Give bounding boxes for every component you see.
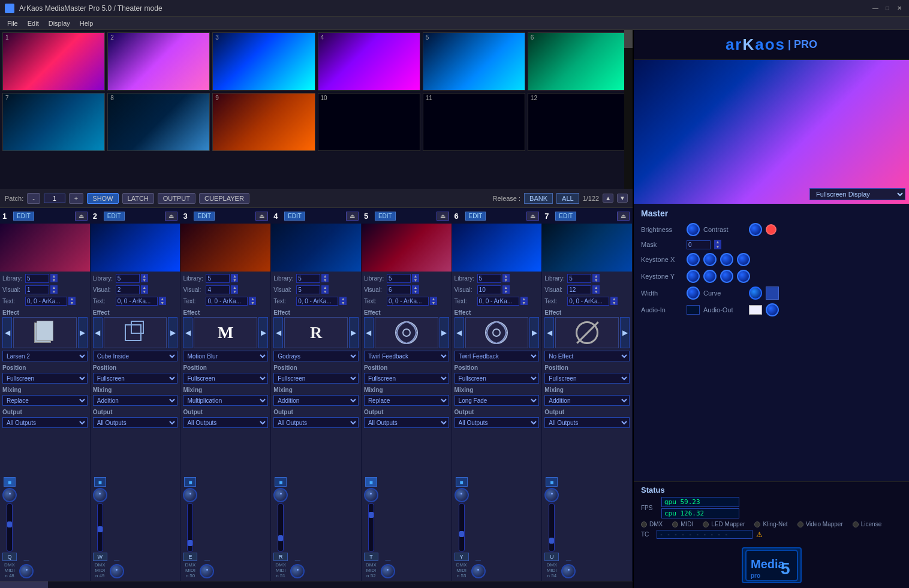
ch6-eject-button[interactable]: ⏏ — [526, 212, 539, 221]
ch6-effect-dropdown[interactable]: Twirl Feedback — [454, 351, 540, 361]
ch7-library-input[interactable] — [567, 274, 591, 283]
patch-minus-button[interactable]: - — [27, 193, 40, 204]
mask-down[interactable]: ▼ — [714, 245, 721, 249]
ch3-knob2[interactable] — [200, 564, 214, 578]
ch4-eject-button[interactable]: ⏏ — [346, 212, 359, 221]
ch7-effect-thumb[interactable] — [555, 317, 619, 348]
ch1-effect-thumb[interactable] — [13, 317, 77, 348]
ch3-output-dropdown[interactable]: All Outputs — [183, 417, 268, 428]
ch1-library-input[interactable] — [25, 274, 49, 283]
grid-scrollbar[interactable] — [624, 30, 633, 189]
ch1-thumbnail[interactable] — [0, 224, 90, 272]
media-thumb-4[interactable]: 4 — [318, 32, 420, 91]
curve-knob[interactable] — [749, 287, 762, 300]
mask-input[interactable] — [687, 240, 711, 249]
ch5-play-button[interactable]: ■ — [365, 477, 377, 487]
ch7-thumbnail[interactable] — [542, 224, 632, 272]
patch-value-input[interactable] — [44, 194, 65, 203]
ch4-knob1[interactable] — [273, 488, 288, 502]
ch3-effect-dropdown[interactable]: Motion Blur — [183, 351, 268, 361]
ch4-visual-input[interactable] — [296, 285, 320, 294]
ch6-library-input[interactable] — [477, 274, 501, 283]
media-thumb-1[interactable]: 1 — [2, 32, 105, 91]
page-down-button[interactable]: ▼ — [617, 194, 628, 203]
ch2-text-input[interactable] — [116, 297, 158, 306]
ch7-edit-button[interactable]: EDIT — [555, 212, 576, 221]
media-thumb-2[interactable]: 2 — [107, 32, 210, 91]
ch2-effect-thumb[interactable] — [104, 317, 167, 348]
keystoney-knob1[interactable] — [687, 270, 700, 283]
ch4-edit-button[interactable]: EDIT — [284, 212, 305, 221]
ch7-output-dropdown[interactable]: All Outputs — [544, 417, 630, 428]
ch3-effect-next[interactable]: ▶ — [258, 317, 268, 348]
media-thumb-10[interactable]: 10 — [318, 93, 420, 151]
ch2-mixing-dropdown[interactable]: Addition — [93, 395, 178, 406]
ch2-visual-input[interactable] — [116, 285, 140, 294]
keystonex-knob4[interactable] — [737, 253, 750, 266]
ch1-effect-prev[interactable]: ◀ — [2, 317, 12, 348]
ch1-knob1[interactable] — [2, 488, 17, 502]
tc-input[interactable] — [657, 530, 753, 539]
latch-button[interactable]: LATCH — [122, 193, 154, 204]
ch5-text-input[interactable] — [387, 297, 429, 306]
ch5-effect-next[interactable]: ▶ — [440, 317, 449, 348]
ch4-effect-prev[interactable]: ◀ — [273, 317, 283, 348]
ch6-output-dropdown[interactable]: All Outputs — [454, 417, 540, 428]
ch4-output-dropdown[interactable]: All Outputs — [273, 417, 359, 428]
ch2-position-dropdown[interactable]: Fullscreen — [93, 373, 178, 384]
fullscreen-display-dropdown[interactable]: Fullscreen Display — [809, 188, 905, 200]
ch2-output-dropdown[interactable]: All Outputs — [93, 417, 178, 428]
ch7-position-dropdown[interactable]: Fullscreen — [544, 373, 630, 384]
ch4-position-dropdown[interactable]: Fullscreen — [273, 373, 359, 384]
brightness-knob[interactable] — [687, 223, 700, 236]
output-button[interactable]: OUTPUT — [158, 193, 195, 204]
media-thumb-8[interactable]: 8 — [107, 93, 210, 151]
contrast-knob[interactable] — [749, 223, 762, 236]
ch1-effect-dropdown[interactable]: Larsen 2 — [2, 351, 88, 361]
ch2-lib-up[interactable]: ▲ — [141, 274, 148, 278]
menu-file[interactable]: File — [2, 19, 23, 28]
ch5-library-input[interactable] — [387, 274, 411, 283]
ch2-library-input[interactable] — [116, 274, 140, 283]
ch3-visual-input[interactable] — [206, 285, 230, 294]
ch3-knob1[interactable] — [183, 488, 197, 502]
media-thumb-3[interactable]: 3 — [212, 32, 315, 91]
width-knob[interactable] — [687, 287, 700, 300]
ch7-knob1[interactable] — [544, 488, 559, 502]
media-thumb-9[interactable]: 9 — [212, 93, 315, 151]
ch3-fader[interactable] — [187, 503, 193, 551]
ch1-position-dropdown[interactable]: Fullscreen — [2, 373, 88, 384]
ch1-mixing-dropdown[interactable]: Replace — [2, 395, 88, 406]
show-button[interactable]: SHOW — [87, 193, 118, 204]
ch4-text-input[interactable] — [296, 297, 338, 306]
ch5-eject-button[interactable]: ⏏ — [437, 212, 449, 221]
ch2-effect-next[interactable]: ▶ — [168, 317, 177, 348]
keystoney-knob3[interactable] — [720, 270, 733, 283]
ch7-effect-prev[interactable]: ◀ — [544, 317, 554, 348]
ch1-text-down[interactable]: ▼ — [68, 301, 76, 305]
keystoney-knob4[interactable] — [737, 270, 750, 283]
ch3-library-input[interactable] — [206, 274, 230, 283]
audioin-rect[interactable] — [687, 305, 700, 315]
ch1-visual-input[interactable] — [25, 285, 49, 294]
ch2-vis-up[interactable]: ▲ — [141, 285, 148, 290]
ch6-mixing-dropdown[interactable]: Long Fade — [454, 395, 540, 406]
ch6-visual-input[interactable] — [477, 285, 501, 294]
ch2-edit-button[interactable]: EDIT — [104, 212, 125, 221]
ch2-knob1[interactable] — [93, 488, 107, 502]
ch4-effect-next[interactable]: ▶ — [349, 317, 359, 348]
ch6-thumbnail[interactable] — [452, 224, 542, 272]
ch3-effect-thumb[interactable]: M — [194, 317, 257, 348]
ch6-knob1[interactable] — [454, 488, 469, 502]
ch3-mixing-dropdown[interactable]: Multiplication — [183, 395, 268, 406]
ch2-effect-prev[interactable]: ◀ — [93, 317, 103, 348]
ch4-mixing-dropdown[interactable]: Addition — [273, 395, 359, 406]
ch2-knob2[interactable] — [110, 564, 124, 578]
media-thumb-12[interactable]: 12 — [528, 93, 630, 151]
bank-button[interactable]: BANK — [524, 193, 553, 204]
ch7-knob2[interactable] — [561, 564, 576, 578]
ch4-knob2[interactable] — [290, 564, 305, 578]
keystonex-knob1[interactable] — [687, 253, 700, 266]
ch2-thumbnail[interactable] — [91, 224, 180, 272]
menu-display[interactable]: Display — [44, 19, 75, 28]
